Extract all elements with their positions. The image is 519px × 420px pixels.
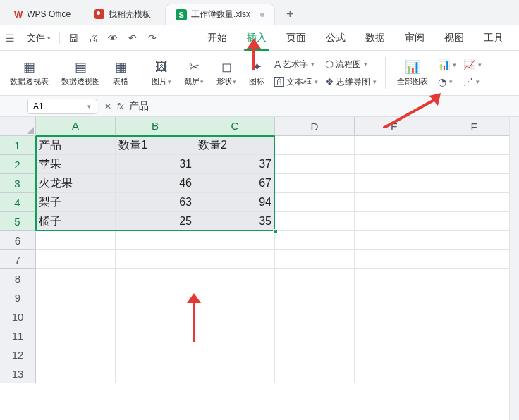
cell[interactable]: 94	[195, 193, 275, 212]
row-header[interactable]: 11	[0, 326, 36, 345]
cell[interactable]	[275, 136, 355, 155]
cell[interactable]	[275, 288, 355, 307]
cell[interactable]	[36, 269, 116, 288]
save-icon[interactable]: 🖫	[64, 29, 83, 47]
tab-view[interactable]: 视图	[434, 25, 474, 51]
cell[interactable]	[195, 364, 275, 383]
flowchart-button[interactable]: ⬡流程图▾	[322, 56, 379, 73]
cell[interactable]	[195, 307, 275, 326]
cell[interactable]	[116, 364, 195, 383]
cell[interactable]	[116, 307, 195, 326]
line-chart-button[interactable]: 📈▾	[460, 57, 484, 73]
cell[interactable]	[36, 364, 116, 383]
cell[interactable]: 橘子	[36, 212, 116, 231]
cell[interactable]	[275, 364, 355, 383]
row-header[interactable]: 9	[0, 288, 36, 307]
cell[interactable]	[434, 193, 514, 212]
column-header[interactable]: A	[36, 117, 116, 136]
app-tab-wps[interactable]: W WPS Office	[4, 4, 80, 25]
vertical-scrollbar[interactable]	[509, 117, 519, 420]
cell[interactable]: 梨子	[36, 193, 116, 212]
cell[interactable]	[116, 250, 195, 269]
pivot-chart-button[interactable]: ▤ 数据透视图	[56, 56, 106, 89]
cell[interactable]	[36, 288, 116, 307]
cell[interactable]	[355, 136, 434, 155]
cell[interactable]	[434, 345, 514, 364]
cell[interactable]	[355, 231, 434, 250]
cell[interactable]	[355, 212, 434, 231]
cell[interactable]	[355, 155, 434, 174]
cell[interactable]: 数量1	[116, 136, 195, 155]
cell[interactable]	[275, 155, 355, 174]
scatter-chart-button[interactable]: ⋰▾	[460, 74, 484, 89]
row-header[interactable]: 7	[0, 250, 36, 269]
cell[interactable]	[275, 345, 355, 364]
row-header[interactable]: 3	[0, 174, 36, 193]
cell[interactable]	[116, 345, 195, 364]
cell[interactable]	[116, 269, 195, 288]
cell[interactable]	[275, 269, 355, 288]
spreadsheet-grid[interactable]: ABCDEF 12345678910111213 产品数量1数量2苹果3137火…	[0, 117, 519, 420]
row-header[interactable]: 2	[0, 155, 36, 174]
cell[interactable]	[434, 326, 514, 345]
cell[interactable]: 46	[116, 174, 195, 193]
tab-review[interactable]: 审阅	[395, 25, 434, 51]
cell[interactable]	[275, 212, 355, 231]
cell[interactable]	[434, 155, 514, 174]
row-header[interactable]: 10	[0, 307, 36, 326]
cell[interactable]	[434, 269, 514, 288]
cell[interactable]	[355, 288, 434, 307]
cell[interactable]: 67	[195, 174, 275, 193]
cell[interactable]	[355, 345, 434, 364]
pie-chart-button[interactable]: ◔▾	[435, 74, 459, 89]
cell[interactable]	[36, 326, 116, 345]
cell[interactable]	[434, 212, 514, 231]
cell[interactable]	[275, 231, 355, 250]
cell[interactable]	[195, 231, 275, 250]
tab-page[interactable]: 页面	[276, 25, 316, 51]
shape-button[interactable]: ◻ 形状▾	[211, 56, 242, 89]
formula-input-area[interactable]: ✕ fx 产品	[104, 100, 149, 113]
fx-icon[interactable]: fx	[117, 101, 123, 111]
cell[interactable]	[355, 307, 434, 326]
cell[interactable]	[434, 136, 514, 155]
column-header[interactable]: C	[195, 117, 275, 136]
cells-area[interactable]: 产品数量1数量2苹果3137火龙果4667梨子6394橘子2535	[36, 136, 514, 383]
cell[interactable]	[195, 250, 275, 269]
cell[interactable]	[36, 307, 116, 326]
all-charts-button[interactable]: 📊 全部图表	[391, 56, 434, 89]
tab-formula[interactable]: 公式	[316, 25, 355, 51]
cell[interactable]	[36, 231, 116, 250]
select-all-corner[interactable]	[0, 117, 36, 136]
cell[interactable]	[36, 250, 116, 269]
file-menu[interactable]: 文件▾	[23, 32, 55, 44]
row-header[interactable]: 13	[0, 364, 36, 383]
cancel-icon[interactable]: ✕	[104, 101, 111, 111]
name-box[interactable]: A1 ▾	[27, 99, 97, 114]
icon-button[interactable]: ✦ 图标	[243, 56, 270, 89]
app-tab-file[interactable]: S 工作簿数量.xlsx	[165, 4, 275, 25]
mindmap-button[interactable]: ❖思维导图▾	[322, 74, 379, 90]
wordart-button[interactable]: A艺术字▾	[271, 56, 321, 73]
cell[interactable]: 25	[116, 212, 195, 231]
cell[interactable]	[355, 250, 434, 269]
cell[interactable]	[355, 364, 434, 383]
row-header[interactable]: 5	[0, 212, 36, 231]
cell[interactable]	[355, 174, 434, 193]
cell[interactable]	[355, 326, 434, 345]
screenshot-button[interactable]: ✂ 截屏▾	[178, 56, 209, 89]
cell[interactable]	[116, 326, 195, 345]
tab-tools[interactable]: 工具	[474, 25, 513, 51]
preview-icon[interactable]: 👁	[104, 29, 122, 47]
picture-button[interactable]: 🖼 图片▾	[146, 57, 177, 89]
column-header[interactable]: F	[434, 117, 514, 136]
cell[interactable]	[275, 174, 355, 193]
cell[interactable]	[434, 174, 514, 193]
cell[interactable]: 37	[195, 155, 275, 174]
cell[interactable]	[434, 231, 514, 250]
cell[interactable]	[434, 307, 514, 326]
table-button[interactable]: ▦ 表格	[107, 56, 134, 89]
cell[interactable]	[195, 288, 275, 307]
row-header[interactable]: 4	[0, 193, 36, 212]
cell[interactable]	[275, 307, 355, 326]
